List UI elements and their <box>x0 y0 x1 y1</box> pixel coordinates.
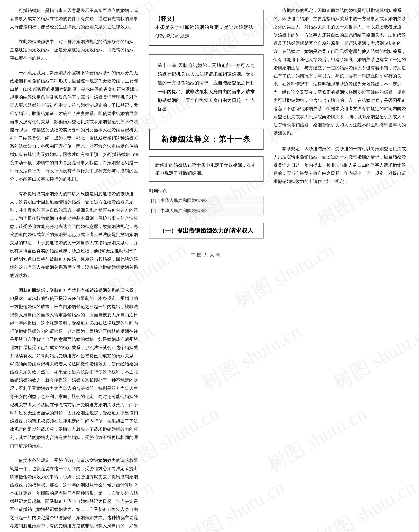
footer-text: 中国人大网 <box>191 252 222 258</box>
sub-heading-box: （一）提出撤销婚姻效力的请求权人 <box>149 223 263 238</box>
interpretation-content: 本条是关于可撤销婚姻的规定，是这次婚姻法修改增加的规定。 <box>155 23 257 41</box>
left-para-4-1: 有权提出撤销婚姻效力的申请人只能是因胁迫结婚的被胁迫人，这表明由于因胁迫而缔结的… <box>10 190 139 280</box>
right-column: 依据本条的规定，因胁迫而缔结的婚姻是可以撤销其婚姻关系的。因胁迫而结婚，主要是指… <box>268 7 409 532</box>
main-title-box: 新婚姻法释义：第十一条 <box>149 129 263 150</box>
left-para-3-1: 一种意见以为，新婚姻法不宜将不符合婚姻条件的婚姻分为无效婚姻和可撤销婚姻二种形式… <box>10 69 139 183</box>
citation-item-2: [2]《中华人民共和国婚姻法》 <box>149 206 263 215</box>
left-para-1-1: 可撤销婚姻，是指当事人因意思表示不真实而成立的婚姻，或者当事人成立的婚姻在结婚的… <box>10 7 139 31</box>
main-title-text: 新婚姻法释义：第十一条 <box>159 134 253 144</box>
left-para-6-1: 依据本条的规定，受胁迫方行使请求撤销婚姻效力的请求权限期是一年，也就是说在这一年… <box>10 456 139 532</box>
summary-box-1: 新修正的婚姻法在第十条中规定了无效婚姻，在本条中规定了可撤销婚姻。 <box>149 156 263 182</box>
footer: 中国人大网 <box>191 252 222 258</box>
interpretation-box: 【释义】 本条是关于可撤销婚姻的规定，是这次婚姻法修改增加的规定。 <box>149 10 263 46</box>
summary-content-1: 新修正的婚姻法在第十条中规定了无效婚姻，在本条中规定了可撤销婚姻。 <box>155 163 256 176</box>
center-column: 【释义】 本条是关于可撤销婚姻的规定，是这次婚姻法修改增加的规定。 第十一条 因… <box>144 7 268 532</box>
citation-section: 引用法条 [1]《中华人民共和国婚姻法》 [2]《中华人民共和国婚姻法》 <box>149 188 263 216</box>
left-para-5-1: 因胁迫而结婚，受胁迫方当然具有撤销该婚姻关系的请求权，但是这一请求权的行使不是没… <box>10 286 139 450</box>
left-section-4: 有权提出撤销婚姻效力的申请人只能是因胁迫结婚的被胁迫人，这表明由于因胁迫而缔结的… <box>10 190 139 280</box>
left-column: 可撤销婚姻，是指当事人因意思表示不真实而成立的婚姻，或者当事人成立的婚姻在结婚的… <box>10 7 144 532</box>
left-section-2: 在此婚姻法修改中，对不符合婚姻法规定的结婚条件的婚姻，是都规定为无效婚姻，还是分… <box>10 38 139 62</box>
left-section-3: 一种意见以为，新婚姻法不宜将不符合婚姻条件的婚姻分为无效婚姻和可撤销婚姻二种形式… <box>10 69 139 183</box>
left-section-1: 可撤销婚姻，是指当事人因意思表示不真实而成立的婚姻，或者当事人成立的婚姻在结婚的… <box>10 7 139 31</box>
right-section-2: 本条规定，因胁迫结婚的，受胁迫的一方可以向婚姻登记机关或人民法院请求撤销婚姻。受… <box>273 145 409 186</box>
main-layout: 可撤销婚姻，是指当事人因意思表示不真实而成立的婚姻，或者当事人成立的婚姻在结婚的… <box>10 7 409 532</box>
right-section-1: 依据本条的规定，因胁迫而缔结的婚姻是可以撤销其婚姻关系的。因胁迫而结婚，主要是指… <box>273 7 409 137</box>
citation-label: 引用法条 <box>149 188 263 194</box>
left-para-2-1: 在此婚姻法修改中，对不符合婚姻法规定的结婚条件的婚姻，是都规定为无效婚姻，还是分… <box>10 38 139 62</box>
citation-item-1: [1]《中华人民共和国婚姻法》 <box>149 196 263 205</box>
article-box: 第十一条 因胁迫结婚的，受胁迫的一方可以向婚姻登记机关或人民法院请求撤销该婚姻。… <box>149 54 263 120</box>
sub-heading-text: （一）提出撤销婚姻效力的请求权人 <box>156 227 256 235</box>
left-section-5: 因胁迫而结婚，受胁迫方当然具有撤销该婚姻关系的请求权，但是这一请求权的行使不是没… <box>10 286 139 450</box>
right-para-1-1: 依据本条的规定，因胁迫而缔结的婚姻是可以撤销其婚姻关系的。因胁迫而结婚，主要是指… <box>273 7 409 137</box>
right-para-2-1: 本条规定，因胁迫结婚的，受胁迫的一方可以向婚姻登记机关或人民法院请求撤销婚姻。受… <box>273 145 409 186</box>
left-section-6: 依据本条的规定，受胁迫方行使请求撤销婚姻效力的请求权限期是一年，也就是说在这一年… <box>10 456 139 532</box>
page-container: 树图 shutu.cn 树图 shutu.cn 树图 shutu.cn 树图 s… <box>0 0 419 532</box>
interpretation-bracket: 【释义】 <box>155 16 177 22</box>
article-content: 第十一条 因胁迫结婚的，受胁迫的一方可以向婚姻登记机关或人民法院请求撤销该婚姻。… <box>158 61 255 113</box>
